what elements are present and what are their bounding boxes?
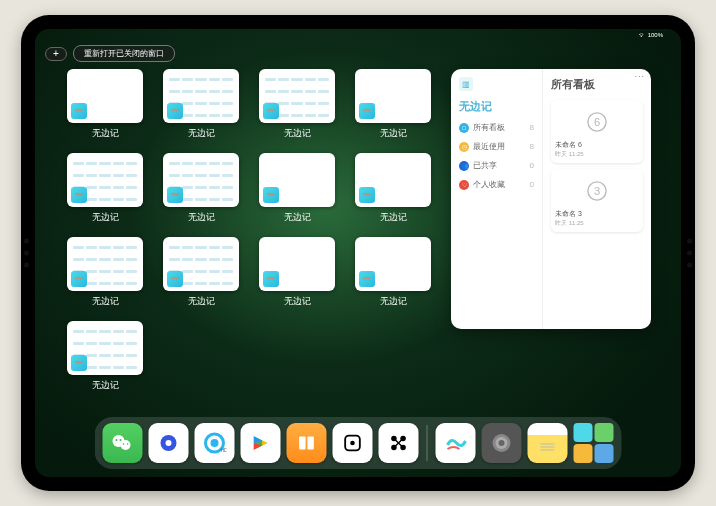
dock-app-qqbrowser[interactable]: HD [195, 423, 235, 463]
sidebar-item-icon: ◷ [459, 142, 469, 152]
svg-text:6: 6 [594, 116, 600, 128]
svg-rect-16 [307, 437, 313, 450]
dock-app-quark[interactable] [149, 423, 189, 463]
svg-rect-15 [299, 437, 305, 450]
window-thumbnail[interactable]: 〰 [67, 69, 143, 123]
window-thumbnail[interactable]: 〰 [67, 237, 143, 291]
window-label: 无边记 [188, 127, 215, 140]
window-thumbnail[interactable]: 〰 [259, 237, 335, 291]
sidebar-item-label: 个人收藏 [473, 179, 505, 190]
window-thumbnail[interactable]: 〰 [67, 321, 143, 375]
dock-app-library[interactable] [574, 423, 614, 463]
windows-grid: 〰无边记〰无边记〰无边记〰无边记〰无边记〰无边记〰无边记〰无边记〰无边记〰无边记… [65, 69, 433, 415]
sidebar-item[interactable]: □所有看板8 [459, 122, 534, 133]
window-thumbnail[interactable]: 〰 [355, 153, 431, 207]
window-tile[interactable]: 〰无边记 [161, 153, 241, 229]
freeform-app-icon: 〰 [359, 187, 375, 203]
dock-app-connect[interactable] [379, 423, 419, 463]
sidebar-item-icon: ♡ [459, 180, 469, 190]
window-tile[interactable]: 〰无边记 [257, 237, 337, 313]
freeform-app-icon: 〰 [167, 103, 183, 119]
app-switcher-panel[interactable]: ··· ▥ 无边记 □所有看板8◷最近使用8👥已共享0♡个人收藏0 所有看板 6… [451, 69, 651, 329]
panel-sidebar: ▥ 无边记 □所有看板8◷最近使用8👥已共享0♡个人收藏0 [451, 69, 543, 329]
freeform-app-icon: 〰 [167, 187, 183, 203]
svg-point-5 [121, 440, 131, 450]
board-thumbnail: 3 [555, 173, 639, 209]
window-label: 无边记 [188, 295, 215, 308]
window-thumbnail[interactable]: 〰 [67, 153, 143, 207]
panel-more-icon[interactable]: ··· [634, 71, 645, 81]
board-subtitle: 昨天 11:25 [555, 219, 639, 228]
window-tile[interactable]: 〰无边记 [65, 237, 145, 313]
board-card[interactable]: 6未命名 6昨天 11:25 [551, 100, 643, 163]
top-bar: + 重新打开已关闭的窗口 [45, 45, 175, 62]
svg-point-13 [211, 439, 219, 447]
window-tile[interactable]: 〰无边记 [353, 69, 433, 145]
svg-point-7 [120, 439, 122, 441]
window-thumbnail[interactable]: 〰 [259, 153, 335, 207]
battery-label: 100% [648, 32, 663, 38]
freeform-app-icon: 〰 [263, 103, 279, 119]
svg-point-18 [350, 441, 355, 446]
window-tile[interactable]: 〰无边记 [65, 153, 145, 229]
board-thumbnail: 6 [555, 104, 639, 140]
svg-point-8 [123, 443, 125, 445]
window-tile[interactable]: 〰无边记 [353, 153, 433, 229]
window-label: 无边记 [284, 295, 311, 308]
svg-point-11 [166, 440, 172, 446]
dock-app-dice[interactable] [333, 423, 373, 463]
freeform-app-icon: 〰 [359, 103, 375, 119]
svg-text:3: 3 [594, 185, 600, 197]
sidebar-item[interactable]: 👥已共享0 [459, 160, 534, 171]
freeform-app-icon: 〰 [359, 271, 375, 287]
panel-app-title: 无边记 [459, 99, 534, 114]
new-window-button[interactable]: + [45, 47, 67, 61]
dock-divider [427, 425, 428, 461]
sidebar-item-icon: □ [459, 123, 469, 133]
window-thumbnail[interactable]: 〰 [355, 69, 431, 123]
window-label: 无边记 [380, 127, 407, 140]
sidebar-item-label: 最近使用 [473, 141, 505, 152]
ipad-device: ᯤ 100% + 重新打开已关闭的窗口 〰无边记〰无边记〰无边记〰无边记〰无边记… [21, 15, 695, 491]
sidebar-item-label: 所有看板 [473, 122, 505, 133]
svg-point-9 [127, 443, 129, 445]
window-label: 无边记 [188, 211, 215, 224]
window-thumbnail[interactable]: 〰 [163, 69, 239, 123]
sidebar-item[interactable]: ♡个人收藏0 [459, 179, 534, 190]
freeform-app-icon: 〰 [71, 271, 87, 287]
dock: HD [95, 417, 622, 469]
reopen-closed-window-button[interactable]: 重新打开已关闭的窗口 [73, 45, 175, 62]
dock-app-books[interactable] [287, 423, 327, 463]
dock-app-wechat[interactable] [103, 423, 143, 463]
sidebar-icon: ▥ [459, 77, 473, 91]
dock-app-notes[interactable] [528, 423, 568, 463]
svg-point-25 [499, 440, 505, 446]
sidebar-item-count: 8 [530, 123, 534, 132]
dock-app-freeform[interactable] [436, 423, 476, 463]
window-tile[interactable]: 〰无边记 [65, 321, 145, 397]
window-tile[interactable]: 〰无边记 [257, 153, 337, 229]
sidebar-item-count: 0 [530, 161, 534, 170]
window-tile[interactable]: 〰无边记 [257, 69, 337, 145]
window-label: 无边记 [284, 127, 311, 140]
window-tile[interactable]: 〰无边记 [161, 237, 241, 313]
window-tile[interactable]: 〰无边记 [161, 69, 241, 145]
sidebar-item[interactable]: ◷最近使用8 [459, 141, 534, 152]
window-thumbnail[interactable]: 〰 [163, 237, 239, 291]
window-label: 无边记 [92, 211, 119, 224]
dock-app-play[interactable] [241, 423, 281, 463]
board-subtitle: 昨天 11:25 [555, 150, 639, 159]
window-thumbnail[interactable]: 〰 [163, 153, 239, 207]
board-card[interactable]: 3未命名 3昨天 11:25 [551, 169, 643, 232]
freeform-app-icon: 〰 [167, 271, 183, 287]
screen: ᯤ 100% + 重新打开已关闭的窗口 〰无边记〰无边记〰无边记〰无边记〰无边记… [35, 29, 681, 477]
dock-app-settings[interactable] [482, 423, 522, 463]
window-thumbnail[interactable]: 〰 [355, 237, 431, 291]
freeform-app-icon: 〰 [263, 187, 279, 203]
svg-text:HD: HD [221, 447, 227, 453]
sidebar-item-count: 8 [530, 142, 534, 151]
window-tile[interactable]: 〰无边记 [353, 237, 433, 313]
window-tile[interactable]: 〰无边记 [65, 69, 145, 145]
window-thumbnail[interactable]: 〰 [259, 69, 335, 123]
sidebar-item-label: 已共享 [473, 160, 497, 171]
